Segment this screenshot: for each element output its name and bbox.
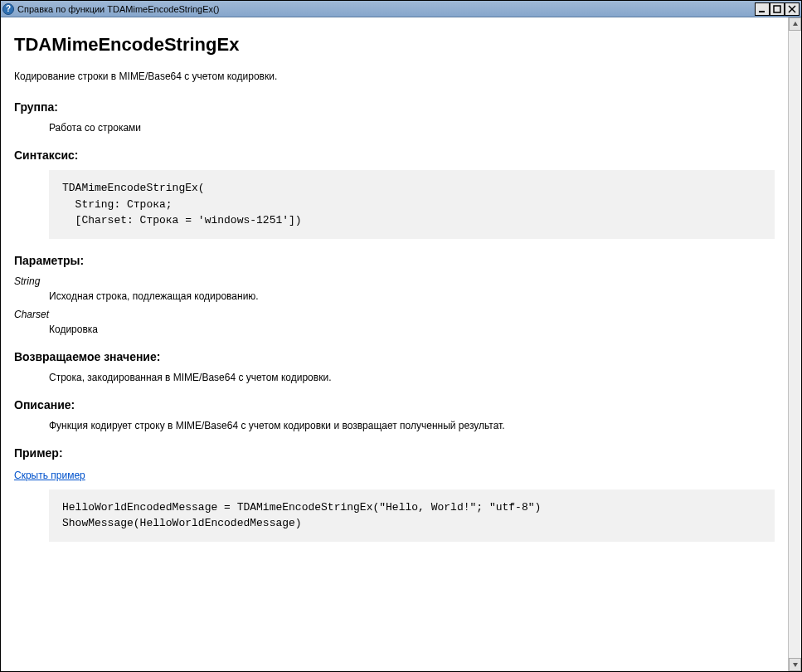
window-buttons [755, 2, 800, 16]
param-name: Charset [14, 309, 775, 320]
chevron-down-icon [792, 661, 799, 668]
params-heading: Параметры: [14, 254, 775, 267]
param-block: Charset Кодировка [14, 309, 775, 335]
syntax-heading: Синтаксис: [14, 149, 775, 162]
return-heading: Возвращаемое значение: [14, 350, 775, 363]
param-desc: Кодировка [49, 324, 775, 335]
chevron-up-icon [792, 21, 799, 27]
example-toggle-row: Скрыть пример [14, 470, 775, 481]
group-heading: Группа: [14, 100, 775, 114]
return-value: Строка, закодированная в MIME/Base64 с у… [49, 372, 775, 383]
maximize-button[interactable] [770, 2, 785, 16]
close-button[interactable] [785, 2, 800, 16]
svg-rect-1 [774, 6, 780, 12]
intro-text: Кодирование строки в MIME/Base64 с учето… [14, 71, 775, 82]
window-title: Справка по функции TDAMimeEncodeStringEx… [17, 4, 755, 14]
svg-marker-4 [793, 22, 798, 26]
scroll-down-button[interactable] [789, 658, 801, 671]
vertical-scrollbar[interactable] [788, 17, 801, 671]
hide-example-link[interactable]: Скрыть пример [14, 470, 85, 481]
description-heading: Описание: [14, 398, 775, 411]
syntax-code: TDAMimeEncodeStringEx( String: Строка; [… [49, 170, 775, 239]
scroll-up-button[interactable] [789, 17, 801, 31]
close-icon [788, 5, 796, 13]
example-code: HelloWorldEncodedMessage = TDAMimeEncode… [49, 489, 775, 542]
description-value: Функция кодирует строку в MIME/Base64 с … [49, 420, 775, 431]
maximize-icon [773, 5, 781, 13]
titlebar: ? Справка по функции TDAMimeEncodeString… [1, 1, 801, 17]
scroll-track[interactable] [789, 31, 801, 658]
param-desc: Исходная строка, подлежащая кодированию. [49, 290, 775, 302]
help-icon: ? [2, 3, 14, 15]
param-block: String Исходная строка, подлежащая кодир… [14, 275, 775, 302]
group-value: Работа со строками [49, 122, 775, 134]
page-title: TDAMimeEncodeStringEx [14, 34, 775, 56]
minimize-icon [758, 5, 766, 13]
minimize-button[interactable] [755, 2, 770, 16]
svg-marker-5 [793, 663, 798, 667]
example-heading: Пример: [14, 446, 775, 460]
document-body: TDAMimeEncodeStringEx Кодирование строки… [1, 17, 788, 671]
param-name: String [14, 275, 775, 287]
content-area: TDAMimeEncodeStringEx Кодирование строки… [1, 17, 801, 671]
